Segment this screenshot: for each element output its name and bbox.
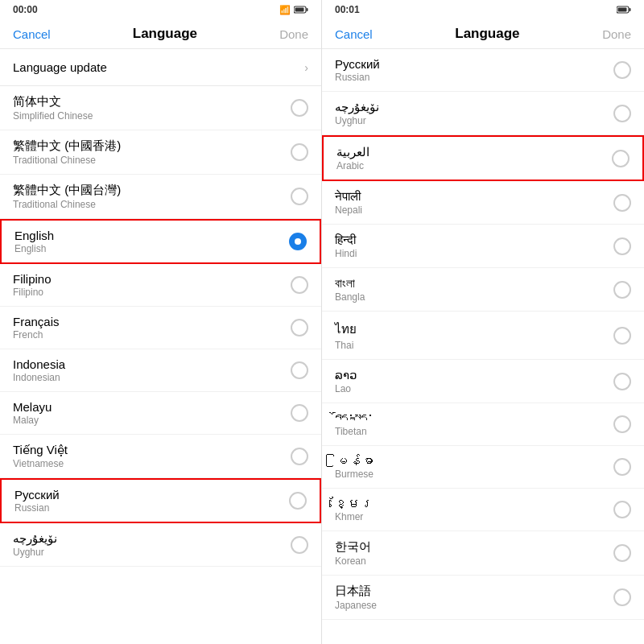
radio-button[interactable] xyxy=(291,536,308,554)
language-subtext: Malay xyxy=(13,415,52,426)
wifi-icon: 📶 xyxy=(279,5,291,15)
svg-rect-4 xyxy=(630,8,631,11)
right-status-bar: 00:01 xyxy=(322,0,644,19)
svg-rect-1 xyxy=(307,8,308,11)
language-name: 繁體中文 (中國香港) xyxy=(13,138,121,154)
list-item[interactable]: FrançaisFrench xyxy=(0,307,321,349)
left-panel: 00:00 📶 Cancel Language Done Language up… xyxy=(0,0,322,644)
radio-button[interactable] xyxy=(291,361,308,379)
language-name: Melayu xyxy=(13,400,52,414)
right-nav-bar: Cancel Language Done xyxy=(322,19,644,49)
left-nav-title: Language xyxy=(133,26,197,42)
list-item[interactable]: РусскийRussian xyxy=(322,49,644,92)
radio-button[interactable] xyxy=(613,281,631,299)
language-name: हिन्दी xyxy=(335,233,357,247)
list-item[interactable]: РусскийRussian xyxy=(0,478,321,523)
list-item[interactable]: हिन्दीHindi xyxy=(322,225,644,268)
language-subtext: Thai xyxy=(335,340,357,351)
right-time: 00:01 xyxy=(335,4,360,15)
right-done-button[interactable]: Done xyxy=(602,27,631,41)
language-name: Tiếng Việt xyxy=(13,443,68,457)
radio-button[interactable] xyxy=(613,327,631,345)
list-item[interactable]: ไทยThai xyxy=(322,312,644,360)
left-status-icons: 📶 xyxy=(279,5,308,15)
list-item[interactable]: نۆيغۇرچەUyghur xyxy=(322,92,644,135)
list-item[interactable]: ខ្មែរKhmer xyxy=(322,489,644,531)
radio-button[interactable] xyxy=(612,150,630,167)
language-name: বাংলা xyxy=(335,276,365,291)
language-update-label: Language update xyxy=(13,60,107,74)
language-subtext: Arabic xyxy=(336,160,369,171)
list-item[interactable]: 日本語Japanese xyxy=(322,576,644,620)
language-name: Русский xyxy=(335,57,380,71)
radio-button[interactable] xyxy=(291,319,308,336)
language-subtext: Tibetan xyxy=(335,426,374,437)
language-name: English xyxy=(14,229,54,242)
list-item[interactable]: Tiếng ViệtVietnamese xyxy=(0,435,321,478)
list-item[interactable]: བོད་སྐད་Tibetan xyxy=(322,403,644,446)
radio-button[interactable] xyxy=(289,492,307,510)
radio-button[interactable] xyxy=(291,404,308,422)
radio-button[interactable] xyxy=(291,276,308,294)
list-item[interactable]: नेपालीNepali xyxy=(322,181,644,225)
svg-rect-2 xyxy=(295,8,304,12)
radio-button[interactable] xyxy=(291,99,308,117)
language-subtext: French xyxy=(13,329,60,341)
radio-button[interactable] xyxy=(613,237,631,255)
right-language-list: РусскийRussianنۆيغۇرچەUyghurالعربيةArabi… xyxy=(322,49,644,644)
radio-button[interactable] xyxy=(613,373,631,390)
radio-button[interactable] xyxy=(613,61,631,79)
left-cancel-button[interactable]: Cancel xyxy=(13,27,51,41)
language-name: Filipino xyxy=(13,272,52,286)
radio-button[interactable] xyxy=(291,188,308,205)
left-status-bar: 00:00 📶 xyxy=(0,0,321,19)
radio-button[interactable] xyxy=(613,588,631,606)
language-subtext: Russian xyxy=(14,502,60,514)
language-name: ລາວ xyxy=(335,368,357,382)
language-name: བོད་སྐད་ xyxy=(335,411,374,425)
language-name: ខ្មែរ xyxy=(335,497,374,510)
radio-button[interactable] xyxy=(291,143,308,161)
right-panel: 00:01 Cancel Language Done РусскийRussia… xyxy=(322,0,644,644)
radio-button[interactable] xyxy=(613,458,631,476)
list-item[interactable]: 简体中文Simplified Chinese xyxy=(0,86,321,130)
language-subtext: Indonesian xyxy=(13,372,65,383)
radio-button[interactable] xyxy=(613,194,631,212)
radio-button[interactable] xyxy=(613,544,631,562)
language-subtext: Hindi xyxy=(335,248,357,259)
radio-button[interactable] xyxy=(291,448,308,465)
list-item[interactable]: မြန်မာBurmese xyxy=(322,446,644,489)
left-time: 00:00 xyxy=(13,4,38,15)
list-item[interactable]: 繁體中文 (中國香港)Traditional Chinese xyxy=(0,130,321,175)
radio-button[interactable] xyxy=(613,415,631,433)
radio-button[interactable] xyxy=(289,233,307,250)
battery-icon xyxy=(294,6,308,14)
language-update-row[interactable]: Language update › xyxy=(0,49,321,86)
language-name: Русский xyxy=(14,488,60,502)
right-cancel-button[interactable]: Cancel xyxy=(335,27,373,41)
language-subtext: Vietnamese xyxy=(13,458,68,469)
radio-button[interactable] xyxy=(613,501,631,518)
language-subtext: Khmer xyxy=(335,511,374,522)
language-subtext: English xyxy=(14,243,54,254)
language-subtext: Uyghur xyxy=(13,547,57,558)
left-nav-bar: Cancel Language Done xyxy=(0,19,321,49)
list-item[interactable]: IndonesiaIndonesian xyxy=(0,349,321,392)
list-item[interactable]: 한국어Korean xyxy=(322,531,644,576)
list-item[interactable]: نۆيغۇرچەUyghur xyxy=(0,523,321,567)
right-status-icons xyxy=(617,6,631,14)
list-item[interactable]: EnglishEnglish xyxy=(0,219,321,264)
radio-button[interactable] xyxy=(613,105,631,122)
battery-icon-right xyxy=(617,6,631,14)
list-item[interactable]: FilipinoFilipino xyxy=(0,264,321,307)
language-name: نۆيغۇرچە xyxy=(13,531,57,546)
language-name: नेपाली xyxy=(335,189,362,204)
chevron-icon: › xyxy=(304,61,308,74)
list-item[interactable]: 繁體中文 (中國台灣)Traditional Chinese xyxy=(0,175,321,219)
left-language-list: 简体中文Simplified Chinese繁體中文 (中國香港)Traditi… xyxy=(0,86,321,644)
list-item[interactable]: ລາວLao xyxy=(322,360,644,403)
list-item[interactable]: MelayuMalay xyxy=(0,392,321,435)
list-item[interactable]: العربيةArabic xyxy=(322,135,644,181)
left-done-button[interactable]: Done xyxy=(279,27,308,41)
list-item[interactable]: বাংলাBangla xyxy=(322,268,644,312)
